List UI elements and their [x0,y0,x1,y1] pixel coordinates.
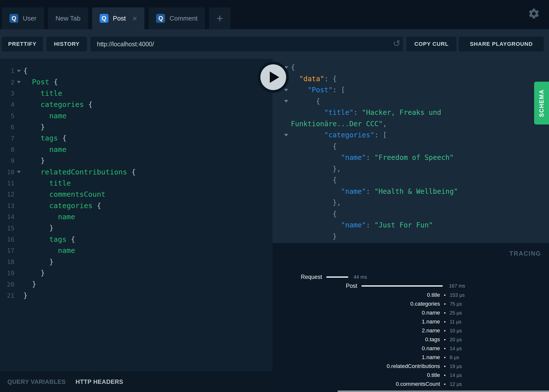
code-text: name [23,245,75,256]
settings-gear-icon[interactable] [528,7,540,20]
trace-label: 0.title [273,292,440,298]
line-number: 5 [0,112,14,120]
tab-comment[interactable]: QComment [149,7,205,29]
trace-duration: 10 µs [450,328,462,334]
code-line: 8 name [0,144,273,155]
trace-label: Request [273,272,322,281]
fold-arrow-slot [14,171,23,173]
share-playground-button[interactable]: SHARE PLAYGROUND [459,37,544,51]
trace-row: Post167 ms [273,281,549,290]
tab-post[interactable]: QPost× [92,7,145,29]
code-text: } [23,290,27,301]
play-button-circle [260,64,286,90]
trace-duration: 25 µs [450,310,462,316]
code-text: } [23,155,45,166]
response-line: "title": "Hacker, Freaks und [273,107,549,118]
collapse-arrow-slot [281,134,291,136]
code-text: } [23,279,36,290]
fold-arrow-slot [14,81,23,83]
trace-dot-separator [444,294,445,296]
trace-label: 0.title [273,372,440,378]
line-number: 9 [0,157,14,164]
code-line: 6 } [0,122,273,133]
tracing-resolver-rows: 0.title153 µs0.categories75 µs0.name25 µ… [273,291,549,392]
response-line: "data": { [273,73,549,85]
line-number: 15 [0,225,14,232]
trace-label: 1.name [273,318,440,325]
fold-arrow-icon[interactable] [17,70,21,72]
code-text: name [23,144,67,155]
fold-arrow-icon[interactable] [17,81,21,83]
tab-label: New Tab [55,15,81,22]
trace-label: 0.tags [273,336,440,343]
response-line: "categories": [ [273,129,549,141]
code-text: name [23,110,67,122]
close-icon[interactable]: × [132,14,137,23]
line-number: 12 [0,191,14,198]
http-headers-tab[interactable]: HTTP HEADERS [76,378,123,385]
code-text: relatedContributions { [23,167,136,178]
code-text: tags { [23,234,75,245]
line-number: 20 [0,281,14,288]
line-number: 8 [0,146,14,153]
query-badge-icon: Q [100,14,109,23]
line-number: 16 [0,236,14,243]
line-number: 11 [0,180,14,187]
trace-row: 0.title14 µs [273,371,549,380]
tab-label: Post [113,15,126,22]
collapse-arrow-icon[interactable] [284,100,288,102]
trace-dot-separator [444,303,445,305]
line-number: 4 [0,101,14,108]
query-variables-tab[interactable]: QUERY VARIABLES [7,378,66,385]
code-line: 5 name [0,110,273,122]
reload-icon[interactable]: ↺ [393,38,400,49]
code-line: 7 tags { [0,133,273,144]
code-line: 18 } [0,256,273,268]
collapse-arrow-slot [281,100,291,102]
code-line: 21} [0,290,273,301]
trace-row: Request44 ms [273,272,549,281]
trace-row: 1.name8 µs [273,353,549,362]
tracing-panel[interactable]: TRACING Request44 msPost167 ms 0.title15… [273,243,549,392]
code-line: 11 title [0,178,273,189]
response-viewer[interactable]: { "data": { "Post": [ { "title": "Hacker… [273,59,549,243]
tracing-title: TRACING [509,250,541,257]
trace-dot-separator [444,321,445,322]
query-editor[interactable]: 1{2 Post {3 title4 categories {5 name6 }… [0,59,273,371]
collapse-arrow-icon[interactable] [284,89,288,91]
response-text: { [291,62,295,73]
trace-row: 0.categories75 µs [273,299,549,308]
response-line: Funktionäre...Der CCC", [273,118,549,130]
code-text: title [23,88,62,99]
execute-query-button[interactable] [258,62,289,93]
trace-label: 1.name [273,354,440,361]
response-json: { "data": { "Post": [ { "title": "Hacker… [273,62,549,243]
toolbar: PRETTIFY HISTORY ↺ COPY CURL SHARE PLAYG… [0,29,549,59]
trace-bar [361,285,443,287]
trace-dot-separator [444,375,445,376]
code-line: 2 Post { [0,76,273,88]
collapse-arrow-icon[interactable] [284,134,288,136]
tab-user[interactable]: QUser [2,7,44,29]
response-line: }, [273,163,549,175]
trace-row: 0.name14 µs [273,344,549,353]
trace-bar [326,276,348,278]
line-number: 17 [0,247,14,254]
response-text: { [291,96,320,107]
new-tab-button[interactable]: + [209,7,230,29]
trace-label: 0.commentsCount [273,381,440,387]
code-line: 4 categories { [0,99,273,110]
copy-curl-button[interactable]: COPY CURL [407,37,456,51]
schema-tab[interactable]: SCHEMA [534,82,549,124]
prettify-button[interactable]: PRETTIFY [2,37,43,51]
line-number: 13 [0,202,14,209]
trace-row: 0.relatedContributions19 µs [273,362,549,371]
tracing-horizontal-scrollbar[interactable] [338,391,549,392]
line-number: 1 [0,67,14,74]
line-number: 19 [0,270,14,277]
trace-row: 0.tags20 µs [273,335,549,344]
tab-new-tab[interactable]: New Tab [48,7,88,29]
fold-arrow-icon[interactable] [17,171,21,173]
url-input[interactable] [90,37,403,51]
history-button[interactable]: HISTORY [47,37,87,51]
